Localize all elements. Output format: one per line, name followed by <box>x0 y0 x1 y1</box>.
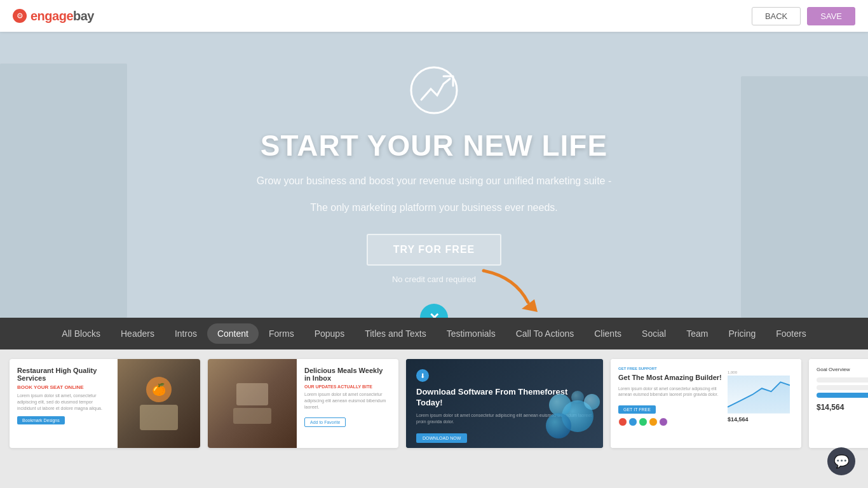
template-card-dashboard[interactable]: Goal Overview ... $14,564 <box>809 359 868 448</box>
nav-item-intros[interactable]: Intros <box>165 323 207 344</box>
nav-item-team[interactable]: Team <box>676 323 718 344</box>
chat-widget[interactable]: 💬 <box>827 447 855 475</box>
card2-subtitle: OUR UPDATES ACTUALLY BITE <box>304 384 391 389</box>
card5-header: Goal Overview ... <box>817 367 868 372</box>
card5-header-left: Goal Overview <box>817 367 850 372</box>
close-icon: ✕ <box>429 310 440 318</box>
hero-title: START YOUR NEW LIFE <box>257 128 612 163</box>
card4-avatars <box>618 417 724 426</box>
card1-text: Lorem ipsum dolor sit amet, consectetur … <box>17 393 110 411</box>
logo: ⚙ engagebay <box>13 9 94 24</box>
templates-section: Restaurant High Quality Services BOOK YO… <box>0 349 868 488</box>
hero-logo-icon <box>409 65 459 116</box>
svg-marker-4 <box>728 382 790 413</box>
nav-item-content[interactable]: Content <box>207 323 259 344</box>
hero-subtitle-line1: Grow your business and boost your revenu… <box>257 173 612 189</box>
try-for-free-button[interactable]: TRY FOR FREE <box>367 234 501 266</box>
template-card-builder[interactable]: GET FREE SUPPORT Get The Most Amazing Bu… <box>611 359 801 448</box>
arrow-indicator <box>477 264 553 318</box>
nav-item-social[interactable]: Social <box>632 323 676 344</box>
hero-castle-right <box>741 76 868 318</box>
nav-item-forms[interactable]: Forms <box>259 323 304 344</box>
card2-title: Delicious Meals Weekly in Inbox <box>304 367 391 382</box>
card3-cta: DOWNLOAD NOW <box>416 433 467 443</box>
svg-point-2 <box>411 67 457 113</box>
template-card-software[interactable]: ⬇ Download Software From Themeforest Tod… <box>406 359 603 448</box>
logo-text: engagebay <box>31 9 94 24</box>
nav-item-headers[interactable]: Headers <box>111 323 165 344</box>
card5-text: $14,564 <box>817 377 868 412</box>
card1-cta: Bookmark Designs <box>17 416 65 424</box>
card4-amount: $14,564 <box>728 416 790 423</box>
card1-title: Restaurant High Quality Services <box>17 367 110 382</box>
nav-item-testimonials[interactable]: Testimonials <box>437 323 506 344</box>
hero-note: No credit card required <box>392 274 476 284</box>
nav-item-clients[interactable]: Clients <box>584 323 632 344</box>
nav-item-footers[interactable]: Footers <box>766 323 816 344</box>
nav-bar: All Blocks Headers Intros Content Forms … <box>0 318 868 349</box>
nav-item-call-to-actions[interactable]: Call To Actions <box>506 323 585 344</box>
nav-item-all-blocks[interactable]: All Blocks <box>51 323 111 344</box>
card3-spheres <box>524 369 603 448</box>
card2-image <box>208 359 297 448</box>
hero-section: START YOUR NEW LIFE Grow your business a… <box>0 32 868 318</box>
nav-item-pricing[interactable]: Pricing <box>718 323 766 344</box>
card4-text: Lorem ipsum dolor sit amet consectetur a… <box>618 386 724 397</box>
hero-castle-left <box>0 64 127 318</box>
card1-image: 🍊 <box>118 359 200 448</box>
card4-badge: GET FREE SUPPORT <box>618 367 724 370</box>
card2-cta: Add to Favorite <box>304 417 346 427</box>
nav-item-popups[interactable]: Popups <box>304 323 355 344</box>
top-buttons: BACK SAVE <box>752 7 855 25</box>
save-button[interactable]: SAVE <box>807 7 855 25</box>
card2-text: Lorem ipsum dolor sit amet consectetur a… <box>304 391 391 410</box>
card4-cta: GET IT FREE <box>618 405 656 414</box>
card3-icon: ⬇ <box>416 369 429 382</box>
hero-subtitle-line2: The only marketing platform your busines… <box>257 200 612 216</box>
template-card-restaurant[interactable]: Restaurant High Quality Services BOOK YO… <box>10 359 200 448</box>
svg-text:⚙: ⚙ <box>17 11 24 20</box>
top-bar: ⚙ engagebay BACK SAVE <box>0 0 868 32</box>
template-card-meals[interactable]: Delicious Meals Weekly in Inbox OUR UPDA… <box>208 359 398 448</box>
back-button[interactable]: BACK <box>752 7 801 25</box>
nav-item-titles-texts[interactable]: Titles and Texts <box>355 323 437 344</box>
card4-title: Get The Most Amazing Builder! <box>618 373 724 382</box>
chat-icon: 💬 <box>834 454 850 469</box>
hero-content: START YOUR NEW LIFE Grow your business a… <box>257 65 612 284</box>
svg-marker-3 <box>522 299 538 312</box>
card1-subtitle: BOOK YOUR SEAT ONLINE <box>17 384 110 390</box>
